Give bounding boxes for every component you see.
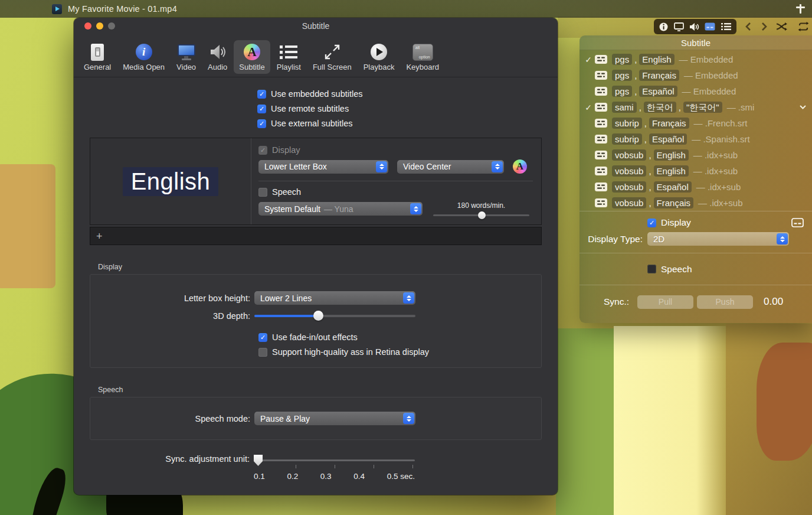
display-section-title: Display [98,263,558,271]
subtitle-track-row[interactable]: vobsub,Français— .idx+sub [579,195,812,211]
track-source: — .idx+sub [698,198,742,208]
track-format: pgs [612,70,632,81]
stepper-icon [403,292,414,304]
checkbox-checked-icon: ✓ [647,219,656,227]
chevron-down-icon[interactable] [800,105,806,109]
track-language: English [654,165,689,177]
bg-tan-block [0,164,55,288]
sync-unit-label: Sync. adjustment unit: [74,454,254,481]
slider-thumb[interactable] [478,211,486,219]
slider-thumb[interactable] [313,311,323,321]
playlist-icon[interactable] [721,22,731,31]
toolbar-item-full-screen[interactable]: Full Screen [307,40,357,74]
subtitle-track-row[interactable]: subrip,Français— .French.srt [579,115,812,131]
volume-icon[interactable] [689,22,699,31]
display-type-label: Display Type: [579,234,647,245]
track-format: pgs [612,86,632,97]
subtitle-align-popup[interactable]: Video Center [397,160,504,174]
letterbox-height-label: Letter box height: [90,294,254,303]
subtitle-track-row[interactable]: vobsub,Español— .idx+sub [579,179,812,195]
previous-icon[interactable] [745,22,752,31]
shuffle-icon[interactable] [776,22,788,31]
track-check-icon: ✓ [582,55,595,64]
use-external-subtitles-checkbox[interactable]: ✓ Use external subtitles [257,119,558,128]
add-button[interactable]: + [96,231,103,242]
track-language: Español [654,181,692,193]
track-format: pgs [612,54,632,65]
option-key-icon: altoption [412,43,433,61]
speech-mode-popup[interactable]: Pause & Play [254,412,415,425]
3d-depth-slider[interactable] [254,311,415,321]
track-source: — .smi [727,102,755,112]
sync-value: 0.00 [764,296,783,308]
checkbox-checked-icon: ✓ [257,105,266,113]
diagonal-arrows-icon [324,43,340,61]
checkbox-checked-icon: ✓ [258,146,267,155]
toolbar-item-playlist[interactable]: Playlist [271,40,306,74]
checkbox-unchecked-icon [258,348,267,357]
bg-green-column [556,328,615,515]
list-icon [280,43,297,61]
sync-push-button[interactable]: Push [697,295,753,309]
subtitle-track-icon [595,182,607,191]
panel-speech-checkbox[interactable]: Speech [647,264,692,275]
track-language: Français [654,197,694,208]
track-source: — .idx+sub [693,166,738,176]
subtitle-icon[interactable] [705,22,715,31]
video-titlebar[interactable]: My Favorite Movie - 01.mp4 [0,0,812,18]
words-per-min-slider[interactable] [433,214,529,216]
sync-pull-button[interactable]: Pull [637,295,693,309]
letterbox-height-popup[interactable]: Lower 2 Lines [254,291,415,305]
toolbar-item-keyboard[interactable]: altoption Keyboard [401,40,444,74]
toolbar-item-media-open[interactable]: i Media Open [117,40,170,74]
speech-voice-popup[interactable]: System Default — Yuna [258,202,423,216]
toolbar-item-video[interactable]: Video [171,40,201,74]
bg-yellow-glow [614,326,732,515]
stepper-icon [410,203,421,214]
preview-display-checkbox[interactable]: ✓ Display [258,145,533,155]
use-remote-subtitles-checkbox[interactable]: ✓ Use remote subtitles [257,104,558,113]
speaker-icon [209,43,226,61]
letterbox-position-popup[interactable]: Lower Letter Box [258,160,388,174]
pin-icon[interactable] [795,4,805,14]
toolbar-item-subtitle[interactable]: A Subtitle [234,40,270,74]
track-source: — .Spanish.srt [692,134,749,144]
track-format: subrip [612,133,642,145]
checkbox-checked-icon: ✓ [258,333,267,342]
subtitle-track-row[interactable]: pgs,Français— Embedded [579,67,812,83]
display-type-popup[interactable]: 2D [647,232,789,246]
track-language: Français [649,118,689,129]
fade-effects-checkbox[interactable]: ✓ Use fade-in/out effects [258,333,541,342]
display-icon[interactable] [674,22,684,31]
subtitle-track-row[interactable]: vobsub,English— .idx+sub [579,163,812,179]
subtitle-track-icon [595,198,607,207]
info-icon[interactable] [659,22,668,31]
prefs-titlebar[interactable]: Subtitle [74,18,558,34]
monitor-icon [178,43,195,61]
retina-ass-checkbox[interactable]: Support high-quality ass in Retina displ… [258,347,541,357]
sync-unit-slider[interactable]: 0.1 0.2 0.3 0.4 0.5 sec. [254,454,415,481]
panel-display-checkbox[interactable]: ✓ Display [647,217,691,228]
toolbar-item-general[interactable]: General [78,40,116,74]
subtitle-track-row[interactable]: subrip,Español— .Spanish.srt [579,131,812,147]
subtitle-track-row[interactable]: pgs,Español— Embedded [579,83,812,99]
repeat-icon[interactable] [797,22,810,31]
toolbar-item-audio[interactable]: Audio [202,40,233,74]
track-language: Español [649,133,687,145]
subtitle-track-row[interactable]: ✓pgs,English— Embedded [579,51,812,67]
use-embedded-subtitles-checkbox[interactable]: ✓ Use embedded subtitles [257,89,558,99]
track-check-icon: ✓ [582,103,595,112]
subtitle-track-row[interactable]: vobsub,English— .idx+sub [579,147,812,163]
subtitle-sample-text: English [123,167,219,196]
checkbox-checked-icon: ✓ [257,119,266,128]
subtitle-track-row[interactable]: ✓sami,한국어,"한국어"— .smi [579,99,812,115]
font-panel-icon[interactable]: A [513,159,527,174]
stepper-icon [492,161,503,172]
movie-frame-background: My Favorite Movie - 01.mp4 Subtitle Gene… [0,0,812,515]
next-icon[interactable] [761,22,768,31]
subtitle-track-icon [595,167,607,175]
toolbar-item-playback[interactable]: Playback [358,40,400,74]
preview-speech-checkbox[interactable]: Speech [258,187,533,197]
checkbox-unchecked-icon [258,188,267,197]
preferences-window: Subtitle General i Media Open Video [74,18,558,495]
